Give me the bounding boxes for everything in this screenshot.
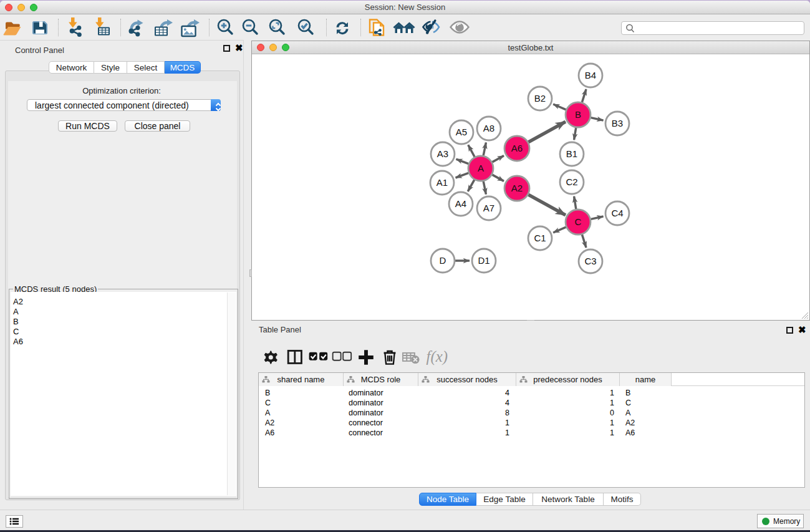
svg-text:C1: C1 bbox=[534, 233, 546, 243]
svg-text:D1: D1 bbox=[478, 255, 489, 266]
svg-text:f(x): f(x) bbox=[427, 348, 448, 365]
svg-text:B1: B1 bbox=[566, 148, 577, 159]
svg-text:C4: C4 bbox=[611, 208, 623, 218]
svg-text:A7: A7 bbox=[483, 203, 494, 213]
svg-text:C: C bbox=[575, 216, 582, 227]
svg-text:C3: C3 bbox=[584, 256, 596, 266]
svg-text:B3: B3 bbox=[612, 118, 623, 128]
svg-text:A2: A2 bbox=[511, 183, 523, 193]
svg-text:B: B bbox=[575, 109, 581, 120]
svg-text:A8: A8 bbox=[483, 123, 494, 133]
svg-text:D: D bbox=[440, 255, 446, 266]
svg-text:B4: B4 bbox=[585, 70, 596, 80]
svg-text:C2: C2 bbox=[566, 177, 577, 187]
svg-text:A4: A4 bbox=[455, 198, 466, 209]
svg-text:A: A bbox=[478, 163, 484, 173]
svg-text:A6: A6 bbox=[511, 143, 523, 153]
svg-text:B2: B2 bbox=[534, 93, 546, 104]
svg-text:A3: A3 bbox=[437, 148, 448, 159]
svg-text:A1: A1 bbox=[436, 177, 448, 188]
svg-text:A5: A5 bbox=[456, 127, 467, 137]
